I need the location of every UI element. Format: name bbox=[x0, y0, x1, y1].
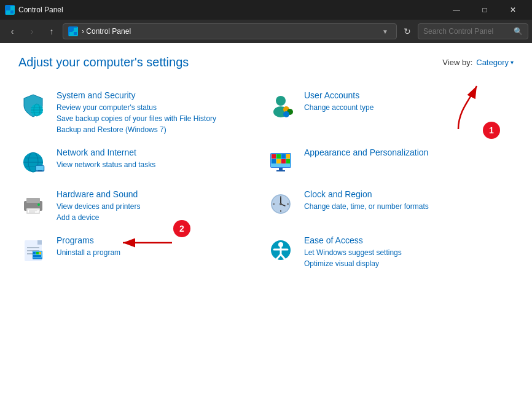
network-internet-link-1[interactable]: View network status and tasks bbox=[57, 159, 256, 170]
svg-point-17 bbox=[283, 111, 289, 117]
ease-of-access-text: Ease of Access Let Windows suggest setti… bbox=[304, 235, 504, 269]
window-title: Control Panel bbox=[18, 6, 442, 14]
svg-rect-7 bbox=[74, 32, 77, 35]
forward-button[interactable]: › bbox=[23, 23, 41, 40]
network-internet-icon bbox=[18, 147, 48, 177]
system-security-icon bbox=[18, 90, 48, 120]
svg-rect-63 bbox=[36, 252, 39, 254]
user-accounts-link[interactable]: User Accounts bbox=[304, 90, 504, 100]
svg-rect-34 bbox=[281, 159, 286, 163]
svg-rect-30 bbox=[281, 154, 286, 159]
close-button[interactable]: ✕ bbox=[499, 0, 527, 20]
user-accounts-link-1[interactable]: Change account type bbox=[304, 102, 504, 113]
svg-rect-24 bbox=[36, 166, 44, 170]
svg-rect-4 bbox=[69, 28, 72, 31]
hardware-sound-link-1[interactable]: View devices and printers bbox=[57, 201, 256, 212]
programs-link[interactable]: Programs bbox=[57, 235, 256, 245]
address-text: › Control Panel bbox=[82, 27, 379, 36]
svg-rect-29 bbox=[276, 154, 281, 159]
clock-region-icon bbox=[266, 189, 295, 219]
system-security-link-1[interactable]: Review your computer's status bbox=[57, 102, 256, 113]
network-internet-text: Network and Internet View network status… bbox=[57, 147, 256, 170]
svg-rect-64 bbox=[39, 252, 41, 254]
category-clock-region: Clock and Region Change date, time, or n… bbox=[266, 183, 514, 229]
svg-rect-33 bbox=[276, 159, 281, 163]
svg-point-44 bbox=[37, 203, 40, 206]
category-hardware-sound: Hardware and Sound View devices and prin… bbox=[18, 183, 266, 229]
address-icon bbox=[68, 26, 78, 36]
category-appearance: Appearance and Personalization bbox=[266, 141, 514, 183]
user-accounts-icon bbox=[266, 90, 295, 120]
svg-rect-5 bbox=[74, 28, 77, 31]
clock-region-link-1[interactable]: Change date, time, or number formats bbox=[304, 201, 504, 212]
view-by-dropdown[interactable]: Category ▾ bbox=[476, 58, 514, 67]
appearance-icon bbox=[266, 147, 295, 177]
search-icon: 🔍 bbox=[514, 27, 523, 36]
address-bar: ‹ › ↑ › Control Panel ▼ ↻ 🔍 bbox=[0, 20, 532, 43]
main-content: Adjust your computer's settings View by:… bbox=[0, 43, 532, 397]
system-security-text: System and Security Review your computer… bbox=[57, 90, 256, 135]
hardware-sound-text: Hardware and Sound View devices and prin… bbox=[57, 189, 256, 223]
svg-rect-39 bbox=[26, 198, 40, 203]
page-header: Adjust your computer's settings View by:… bbox=[18, 55, 514, 69]
categories-grid: System and Security Review your computer… bbox=[18, 84, 514, 275]
app-icon bbox=[5, 5, 15, 15]
category-programs: Programs Uninstall a program bbox=[18, 229, 266, 275]
view-by-arrow: ▾ bbox=[510, 59, 514, 66]
network-internet-link[interactable]: Network and Internet bbox=[57, 147, 256, 157]
category-system-security: System and Security Review your computer… bbox=[18, 84, 266, 141]
address-dropdown-arrow[interactable]: ▼ bbox=[379, 28, 391, 35]
title-bar: Control Panel — □ ✕ bbox=[0, 0, 532, 20]
svg-rect-36 bbox=[279, 168, 283, 170]
svg-point-13 bbox=[276, 96, 286, 106]
address-field[interactable]: › Control Panel ▼ bbox=[63, 23, 397, 39]
svg-rect-0 bbox=[6, 6, 9, 9]
category-network-internet: Network and Internet View network status… bbox=[18, 141, 266, 183]
refresh-button[interactable]: ↻ bbox=[399, 23, 415, 39]
minimize-button[interactable]: — bbox=[442, 0, 471, 20]
up-button[interactable]: ↑ bbox=[43, 23, 60, 40]
svg-rect-65 bbox=[33, 255, 41, 257]
system-security-link[interactable]: System and Security bbox=[57, 90, 256, 100]
svg-rect-37 bbox=[276, 170, 285, 171]
svg-rect-35 bbox=[286, 159, 290, 163]
clock-region-link[interactable]: Clock and Region bbox=[304, 189, 504, 199]
svg-rect-3 bbox=[10, 10, 14, 14]
appearance-link[interactable]: Appearance and Personalization bbox=[304, 147, 504, 157]
svg-rect-28 bbox=[272, 154, 276, 159]
system-security-link-2[interactable]: Save backup copies of your files with Fi… bbox=[57, 113, 256, 124]
system-security-link-3[interactable]: Backup and Restore (Windows 7) bbox=[57, 124, 256, 135]
search-input[interactable] bbox=[423, 27, 511, 36]
hardware-sound-link-2[interactable]: Add a device bbox=[57, 212, 256, 223]
user-accounts-text: User Accounts Change account type bbox=[304, 90, 504, 113]
clock-region-text: Clock and Region Change date, time, or n… bbox=[304, 189, 504, 212]
svg-rect-1 bbox=[10, 6, 14, 9]
svg-rect-62 bbox=[33, 252, 36, 254]
programs-icon bbox=[18, 235, 48, 265]
ease-of-access-link-2[interactable]: Optimize visual display bbox=[304, 258, 504, 269]
window-controls: — □ ✕ bbox=[442, 0, 527, 20]
category-user-accounts: User Accounts Change account type bbox=[266, 84, 514, 141]
appearance-text: Appearance and Personalization bbox=[304, 147, 504, 159]
hardware-sound-link[interactable]: Hardware and Sound bbox=[57, 189, 256, 199]
svg-point-53 bbox=[280, 203, 282, 205]
svg-rect-56 bbox=[37, 240, 42, 245]
svg-rect-32 bbox=[272, 159, 276, 163]
svg-rect-6 bbox=[69, 32, 72, 35]
view-by-label: View by: bbox=[442, 58, 472, 67]
category-ease-of-access: Ease of Access Let Windows suggest setti… bbox=[266, 229, 514, 275]
ease-of-access-icon bbox=[266, 235, 295, 265]
page-title: Adjust your computer's settings bbox=[18, 55, 189, 69]
hardware-sound-icon bbox=[18, 189, 48, 219]
maximize-button[interactable]: □ bbox=[471, 0, 499, 20]
svg-rect-31 bbox=[286, 154, 290, 159]
svg-rect-25 bbox=[38, 170, 42, 171]
view-by-control: View by: Category ▾ bbox=[442, 58, 514, 67]
back-button[interactable]: ‹ bbox=[4, 23, 21, 40]
programs-link-1[interactable]: Uninstall a program bbox=[57, 247, 256, 258]
programs-text: Programs Uninstall a program bbox=[57, 235, 256, 258]
svg-rect-2 bbox=[6, 10, 9, 14]
search-box[interactable]: 🔍 bbox=[418, 23, 528, 39]
ease-of-access-link[interactable]: Ease of Access bbox=[304, 235, 504, 245]
ease-of-access-link-1[interactable]: Let Windows suggest settings bbox=[304, 247, 504, 258]
